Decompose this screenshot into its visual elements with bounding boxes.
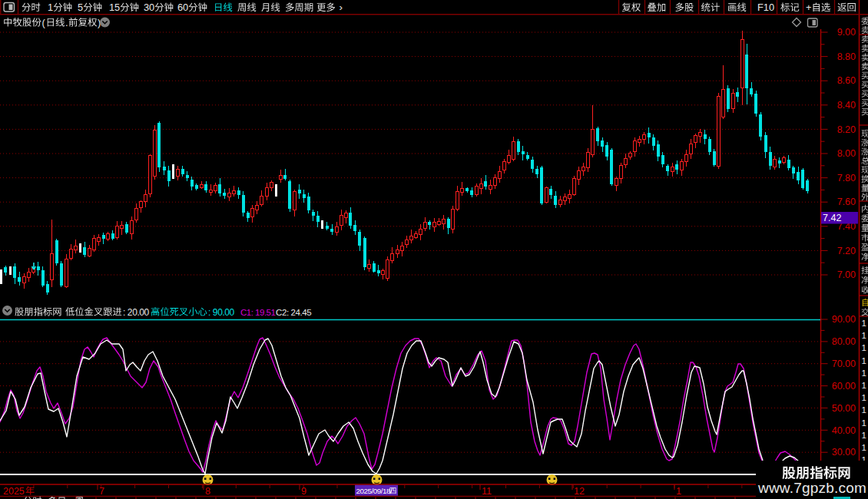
svg-text:www.7gpzb.com: www.7gpzb.com xyxy=(757,480,866,496)
svg-text:40.00: 40.00 xyxy=(832,425,856,436)
svg-text:11: 11 xyxy=(482,486,492,497)
svg-text:1: 1 xyxy=(862,319,866,328)
svg-text:›: › xyxy=(340,2,343,13)
svg-text:1: 1 xyxy=(862,418,866,428)
svg-text:1: 1 xyxy=(862,393,866,402)
svg-text:7.20: 7.20 xyxy=(837,246,856,256)
svg-text:5: 5 xyxy=(78,2,83,13)
svg-text:1: 1 xyxy=(862,368,866,378)
svg-text:C1: 19.51: C1: 19.51 xyxy=(240,308,275,317)
svg-text:8.40: 8.40 xyxy=(837,100,856,111)
svg-text:80.00: 80.00 xyxy=(832,336,856,347)
svg-text:: 20.00: : 20.00 xyxy=(123,307,150,318)
svg-text:: 90.00: : 90.00 xyxy=(208,307,235,318)
svg-text:C2: 24.45: C2: 24.45 xyxy=(276,308,311,317)
svg-text:1: 1 xyxy=(676,486,681,497)
svg-text:1: 1 xyxy=(862,343,866,352)
svg-text:7.42: 7.42 xyxy=(823,213,841,223)
svg-text:1: 1 xyxy=(48,2,53,13)
svg-text:8.60: 8.60 xyxy=(837,75,856,86)
svg-text:30.00: 30.00 xyxy=(832,447,856,458)
svg-text:(: ( xyxy=(42,17,46,28)
svg-text:1: 1 xyxy=(862,405,866,415)
svg-text:8.80: 8.80 xyxy=(837,51,856,62)
svg-text:60.00: 60.00 xyxy=(832,381,856,392)
svg-text:90.00: 90.00 xyxy=(832,314,856,325)
svg-text:5: 5 xyxy=(114,2,120,13)
svg-text:+: + xyxy=(806,2,811,13)
svg-text:1: 1 xyxy=(862,356,866,365)
svg-text:.: . xyxy=(65,17,68,28)
svg-text:2025: 2025 xyxy=(3,486,25,497)
svg-text:9.00: 9.00 xyxy=(837,27,856,38)
svg-text:7: 7 xyxy=(99,486,104,497)
svg-text:0: 0 xyxy=(149,2,154,13)
svg-text:7.00: 7.00 xyxy=(837,269,856,280)
svg-text:8.20: 8.20 xyxy=(837,124,856,135)
svg-text:9: 9 xyxy=(301,486,306,497)
svg-text:50.00: 50.00 xyxy=(832,403,856,414)
svg-text:1: 1 xyxy=(862,431,866,440)
svg-text:0: 0 xyxy=(183,2,188,13)
svg-text:1: 1 xyxy=(862,381,866,390)
svg-text:7.60: 7.60 xyxy=(837,197,856,207)
svg-text:8: 8 xyxy=(205,486,210,497)
svg-text:8.00: 8.00 xyxy=(837,148,856,159)
svg-text:1: 1 xyxy=(862,443,866,452)
svg-text:12: 12 xyxy=(574,486,585,497)
svg-text:1: 1 xyxy=(862,331,866,340)
svg-text:F10: F10 xyxy=(757,2,774,13)
svg-text:7.80: 7.80 xyxy=(837,173,856,183)
svg-text:2025/09/18/: 2025/09/18/ xyxy=(356,487,393,495)
svg-text:70.00: 70.00 xyxy=(832,359,856,369)
